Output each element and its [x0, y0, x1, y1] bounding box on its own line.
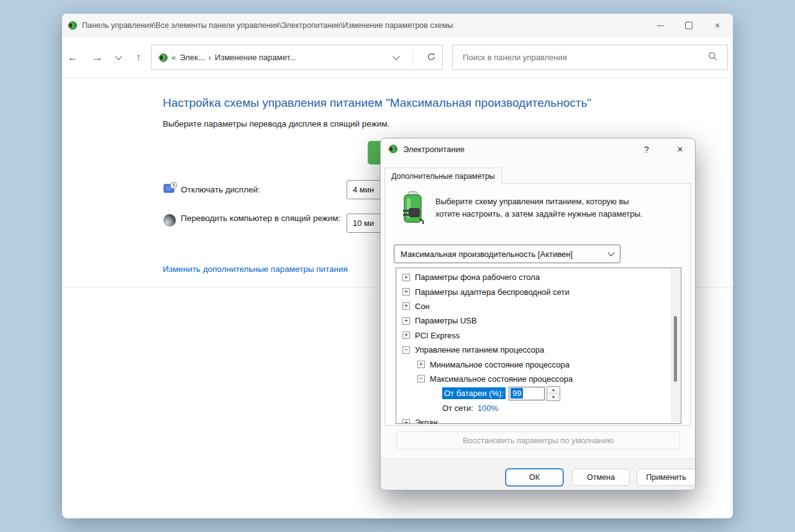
- ok-label: ОК: [529, 473, 540, 482]
- tree-item[interactable]: + Параметры адаптера беспроводной сети: [396, 284, 681, 299]
- window-title: Панель управления\Все элементы панели уп…: [82, 21, 453, 30]
- minimize-button[interactable]: [646, 14, 675, 37]
- battery-setting-label[interactable]: От батареи (%):: [442, 387, 506, 399]
- expand-icon[interactable]: +: [402, 317, 410, 325]
- expand-icon[interactable]: +: [402, 302, 410, 310]
- titlebar[interactable]: Панель управления\Все элементы панели уп…: [62, 14, 733, 37]
- address-dropdown-icon[interactable]: [393, 53, 399, 60]
- battery-percent-input[interactable]: 99: [509, 387, 545, 400]
- restore-defaults-button[interactable]: Восстановить параметры по умолчанию: [396, 431, 680, 449]
- address-bar-controls: [394, 50, 436, 65]
- tree-item-label: Параметры адаптера беспроводной сети: [415, 287, 570, 297]
- tree-item-label: Параметры USB: [415, 316, 477, 325]
- battery-percent-value: 99: [511, 388, 523, 399]
- ok-button[interactable]: ОК: [506, 469, 563, 486]
- tree-item[interactable]: + Параметры фона рабочего стола: [396, 270, 681, 284]
- sleep-label: Переводить компьютер в спящий режим:: [181, 212, 350, 225]
- apply-label: Применить: [646, 473, 686, 482]
- desktop: Панель управления\Все элементы панели уп…: [0, 0, 795, 532]
- tree-item[interactable]: + Экран: [396, 415, 681, 424]
- collapse-icon[interactable]: −: [417, 375, 425, 382]
- restore-defaults-label: Восстановить параметры по умолчанию: [463, 436, 614, 445]
- dialog-title: Электропитание: [403, 145, 465, 154]
- dialog-help-button[interactable]: ?: [636, 138, 657, 161]
- spinner-down-icon[interactable]: ▼: [547, 394, 560, 400]
- page-title: Настройка схемы управления питанием "Мак…: [163, 96, 591, 110]
- tab-label: Дополнительные параметры: [391, 172, 495, 181]
- chevron-down-icon: [607, 249, 614, 256]
- moon-sleep-icon: [163, 214, 176, 227]
- expand-icon[interactable]: +: [402, 274, 410, 281]
- search-box[interactable]: [452, 45, 728, 70]
- tree-item-label: Управление питанием процессора: [415, 345, 544, 354]
- tree-item[interactable]: + PCI Express: [396, 328, 681, 343]
- dialog-button-strip: ОК Отмена Применить: [381, 458, 695, 490]
- tree-item-plugged-in: От сети: 100%: [396, 401, 681, 415]
- tree-scrollbar[interactable]: [671, 269, 680, 423]
- expand-icon[interactable]: +: [402, 331, 410, 339]
- breadcrumb-current[interactable]: Изменение парамет...: [215, 53, 296, 62]
- tree-item[interactable]: − Управление питанием процессора: [396, 343, 681, 357]
- recent-pages-button[interactable]: [108, 37, 129, 78]
- refresh-icon[interactable]: [427, 52, 436, 63]
- tree-item[interactable]: − Максимальное состояние процессора: [396, 372, 681, 386]
- tree-item[interactable]: + Минимальное состояние процессора: [396, 357, 681, 371]
- expand-icon[interactable]: +: [402, 419, 410, 424]
- display-off-label: Отключать дисплей:: [181, 185, 260, 194]
- tree-item-label: Максимальное состояние процессора: [430, 374, 573, 384]
- spinner-up-icon[interactable]: ▲: [547, 387, 560, 394]
- forward-button[interactable]: →: [87, 37, 108, 78]
- power-plug-icon: [67, 20, 77, 30]
- power-plug-icon: [388, 144, 398, 154]
- ac-setting-label: От сети:: [442, 404, 473, 413]
- settings-tree[interactable]: + Параметры фона рабочего стола + Параме…: [396, 268, 681, 424]
- search-input[interactable]: [453, 53, 708, 62]
- dialog-titlebar[interactable]: Электропитание ? ×: [381, 138, 695, 161]
- back-button[interactable]: ←: [62, 37, 83, 78]
- display-clock-icon: [163, 181, 178, 196]
- apply-button[interactable]: Применить: [637, 469, 696, 486]
- tree-item-label: Сон: [415, 302, 430, 311]
- description-line-1: Выберите схему управления питанием, кото…: [435, 196, 679, 208]
- tab-advanced-settings[interactable]: Дополнительные параметры: [384, 168, 502, 184]
- ac-setting-value[interactable]: 100%: [478, 404, 498, 413]
- dialog-close-button[interactable]: ×: [668, 138, 693, 161]
- maximize-button[interactable]: [675, 14, 703, 37]
- power-plug-icon: [158, 53, 168, 63]
- page-subtitle: Выберите параметры перевода дисплея в сп…: [163, 119, 389, 128]
- power-scheme-value: Максимальная производительность [Активен…: [401, 250, 573, 259]
- tree-item-label: Параметры фона рабочего стола: [415, 273, 540, 282]
- up-button[interactable]: ↑: [128, 37, 149, 78]
- address-divider: [412, 50, 413, 65]
- spinner[interactable]: ▲ ▼: [547, 386, 560, 401]
- window-controls: ×: [646, 14, 732, 37]
- collapse-icon[interactable]: −: [402, 346, 410, 354]
- tree-item-on-battery: От батареи (%): 99 ▲ ▼: [396, 386, 681, 400]
- close-button[interactable]: ×: [703, 14, 732, 37]
- close-icon: ×: [677, 144, 683, 155]
- tree-item[interactable]: + Сон: [396, 299, 681, 313]
- tree-scrollbar-thumb[interactable]: [674, 316, 677, 382]
- description-line-2: хотите настроить, а затем задайте нужные…: [435, 208, 679, 220]
- expand-icon[interactable]: +: [402, 288, 410, 295]
- forward-icon: →: [93, 52, 103, 64]
- power-scheme-select[interactable]: Максимальная производительность [Активен…: [394, 245, 620, 263]
- advanced-power-settings-link[interactable]: Изменить дополнительные параметры питани…: [163, 264, 348, 274]
- search-icon[interactable]: [708, 52, 717, 63]
- close-icon: ×: [715, 20, 720, 30]
- display-off-value: 4 мин: [353, 185, 374, 194]
- power-options-dialog: Электропитание ? × Дополнительные параме…: [380, 138, 696, 490]
- help-icon: ?: [644, 145, 649, 155]
- up-icon: ↑: [136, 52, 142, 64]
- back-icon: ←: [68, 52, 78, 64]
- tree-item-label: PCI Express: [415, 331, 460, 340]
- tree-item[interactable]: + Параметры USB: [396, 313, 681, 328]
- breadcrumb-parent[interactable]: Элек...: [179, 53, 204, 62]
- address-bar[interactable]: « Элек... › Изменение парамет...: [151, 45, 443, 70]
- cancel-button[interactable]: Отмена: [572, 469, 630, 486]
- expand-icon[interactable]: +: [417, 361, 425, 368]
- tree-item-label: Минимальное состояние процессора: [430, 360, 570, 369]
- battery-plug-icon: [400, 191, 426, 224]
- cancel-label: Отмена: [587, 473, 615, 482]
- breadcrumb-guillemet: «: [171, 53, 176, 62]
